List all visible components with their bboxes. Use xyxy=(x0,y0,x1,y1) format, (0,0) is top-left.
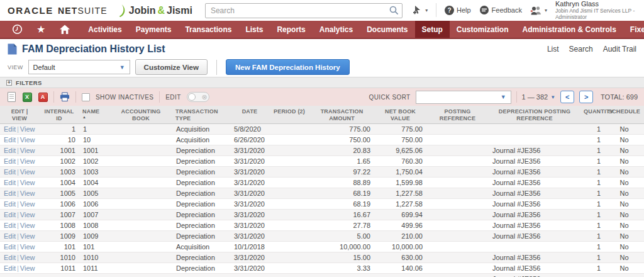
cell-name: 101 xyxy=(79,242,109,252)
quick-add-menu[interactable]: ▾ xyxy=(413,5,428,15)
expand-filters-icon[interactable]: + xyxy=(6,80,12,86)
page-link-list[interactable]: List xyxy=(547,45,559,54)
user-menu[interactable]: Kathryn Glass Jobin And Jismi IT Service… xyxy=(555,0,636,20)
cell-quantity: 1 xyxy=(580,167,604,178)
nav-item-setup[interactable]: Setup xyxy=(415,21,450,38)
cell-net-book-value: 750.00 xyxy=(374,135,426,145)
column-header-schedule[interactable]: SCHEDULE xyxy=(604,106,644,124)
nav-item-payments[interactable]: Payments xyxy=(129,21,179,38)
view-link[interactable]: View xyxy=(20,157,35,165)
column-header-internal-id[interactable]: INTERNAL ID xyxy=(39,106,79,124)
next-page-button[interactable]: > xyxy=(579,91,593,103)
column-header-edit-view[interactable]: EDIT | VIEW xyxy=(0,106,39,124)
view-link[interactable]: View xyxy=(20,189,35,197)
column-header-transaction-amount[interactable]: TRANSACTION AMOUNT xyxy=(309,106,374,124)
edit-link[interactable]: Edit xyxy=(4,157,16,165)
nav-item-customization[interactable]: Customization xyxy=(450,21,516,38)
toggle-off-icon: ⊗ xyxy=(201,93,207,101)
nav-item-reports[interactable]: Reports xyxy=(270,21,312,38)
view-link[interactable]: View xyxy=(20,168,35,176)
show-inactives-checkbox[interactable] xyxy=(82,93,90,101)
page-link-search[interactable]: Search xyxy=(569,45,593,54)
cell-internal-id: 1004 xyxy=(39,178,79,188)
column-header-depreciation-posting-reference[interactable]: DEPRECIATION POSTING REFERENCE xyxy=(489,106,580,124)
nav-item-documents[interactable]: Documents xyxy=(360,21,414,38)
edit-link[interactable]: Edit xyxy=(4,125,16,133)
export-csv-button[interactable] xyxy=(6,92,16,102)
feedback-button[interactable]: Feedback xyxy=(479,5,522,15)
shortcuts-button[interactable]: ★ xyxy=(30,21,52,38)
column-header-accounting-book[interactable]: ACCOUNTING BOOK xyxy=(109,106,172,124)
export-pdf-button[interactable]: A xyxy=(38,92,48,102)
nav-item-fixed-assets[interactable]: Fixed Assets xyxy=(623,21,644,38)
cell-schedule: No xyxy=(604,210,644,220)
quick-sort-select[interactable]: ▼ xyxy=(416,91,511,104)
roles-menu[interactable]: ▾ xyxy=(530,6,547,15)
column-header-name[interactable]: NAME▲ xyxy=(79,106,109,124)
new-record-button[interactable]: New FAM Depreciation History xyxy=(226,59,350,75)
edit-link[interactable]: Edit xyxy=(4,189,16,197)
search-input[interactable] xyxy=(205,3,402,18)
column-header-date[interactable]: DATE xyxy=(230,106,269,124)
home-button[interactable] xyxy=(52,21,77,38)
view-link[interactable]: View xyxy=(20,179,35,186)
edit-link[interactable]: Edit xyxy=(4,264,16,272)
cell-name: 1007 xyxy=(79,210,109,220)
edit-link[interactable]: Edit xyxy=(4,136,16,144)
edit-link[interactable]: Edit xyxy=(4,168,16,176)
help-button[interactable]: ? Help xyxy=(445,6,471,15)
edit-link[interactable]: Edit xyxy=(4,232,16,240)
page-link-audit-trail[interactable]: Audit Trail xyxy=(603,45,636,54)
export-excel-button[interactable]: X xyxy=(22,92,32,102)
edit-link[interactable]: Edit xyxy=(4,243,16,251)
edit-link[interactable]: Edit xyxy=(4,147,16,154)
cell-name: 1010 xyxy=(79,252,109,263)
view-link[interactable]: View xyxy=(20,222,35,229)
table-row: Edit|View10041004Depreciation3/31/202088… xyxy=(0,178,644,188)
recent-records-button[interactable] xyxy=(5,21,30,38)
record-list-icon xyxy=(8,43,17,55)
view-link[interactable]: View xyxy=(20,264,35,272)
edit-link[interactable]: Edit xyxy=(4,222,16,229)
column-header-period[interactable]: PERIOD (2) xyxy=(269,106,309,124)
company-logo[interactable]: Jobin&Jismi xyxy=(118,4,192,18)
search-icon[interactable] xyxy=(389,6,399,18)
cell-schedule: No xyxy=(604,124,644,135)
nav-item-administration-controls[interactable]: Administration & Controls xyxy=(516,21,623,38)
edit-toggle[interactable]: ⊗ xyxy=(187,92,209,102)
filters-bar[interactable]: + FILTERS xyxy=(0,77,644,88)
cell-transaction-amount: 5.00 xyxy=(309,231,374,242)
edit-link[interactable]: Edit xyxy=(4,200,16,208)
nav-item-activities[interactable]: Activities xyxy=(81,21,128,38)
home-icon xyxy=(59,25,70,35)
column-header-net-book-value[interactable]: NET BOOK VALUE xyxy=(374,106,426,124)
cell-accounting-book xyxy=(109,242,172,252)
page-range-select[interactable]: 1 — 382 ▼ xyxy=(522,93,556,101)
view-select[interactable]: Default ▼ xyxy=(28,60,130,74)
nav-item-analytics[interactable]: Analytics xyxy=(313,21,360,38)
edit-link[interactable]: Edit xyxy=(4,179,16,186)
view-link[interactable]: View xyxy=(20,243,35,251)
nav-item-lists[interactable]: Lists xyxy=(238,21,270,38)
column-header-posting-reference[interactable]: POSTING REFERENCE xyxy=(426,106,489,124)
oracle-netsuite-logo[interactable]: ORACLE NETSUITE xyxy=(8,5,108,16)
cell-depreciation-posting-reference: Journal #JE356 xyxy=(489,145,580,156)
chevron-down-icon: ▾ xyxy=(545,8,547,13)
view-link[interactable]: View xyxy=(20,125,35,133)
view-link[interactable]: View xyxy=(20,254,35,261)
depreciation-history-table: EDIT | VIEWINTERNAL IDNAME▲ACCOUNTING BO… xyxy=(0,106,644,277)
column-header-transaction-type[interactable]: TRANSACTION TYPE xyxy=(172,106,230,124)
edit-link[interactable]: Edit xyxy=(4,254,16,261)
view-link[interactable]: View xyxy=(20,136,35,144)
view-link[interactable]: View xyxy=(20,200,35,208)
view-link[interactable]: View xyxy=(20,232,35,240)
nav-item-transactions[interactable]: Transactions xyxy=(178,21,238,38)
print-button[interactable] xyxy=(60,92,70,102)
customize-view-button[interactable]: Customize View xyxy=(135,59,208,75)
column-header-quantity[interactable]: QUANTITY xyxy=(580,106,604,124)
cell-internal-id: 1001 xyxy=(39,145,79,156)
previous-page-button[interactable]: < xyxy=(560,91,574,103)
view-link[interactable]: View xyxy=(20,147,35,154)
edit-link[interactable]: Edit xyxy=(4,211,16,218)
view-link[interactable]: View xyxy=(20,211,35,218)
